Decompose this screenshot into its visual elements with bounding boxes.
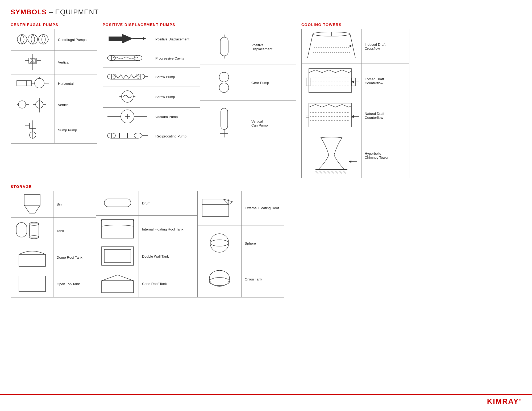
svg-rect-114 [24,195,40,205]
vertical-can-pump-icon [218,107,231,139]
label-centrifugal-pumps: Centrifugal Pumps [55,29,97,51]
label-bin: Bin [53,191,96,218]
svg-rect-117 [30,224,39,237]
svg-rect-74 [221,108,228,129]
svg-point-136 [210,240,229,246]
table-row: Bin [11,191,96,218]
symbol-cell [11,93,55,117]
svg-point-135 [210,234,229,252]
table-row: Natural DraftCounterflow [302,98,409,133]
storage-right-table: External Floating Roof Sphere [197,191,284,297]
drum-icon [102,195,134,211]
dome-roof-tank-icon [16,246,48,268]
storage-section: STORAGE Bin [11,184,521,297]
svg-marker-113 [349,160,351,163]
symbol-cell [103,29,152,49]
svg-point-71 [219,83,229,93]
label-vertical-2: Vertical [55,93,97,117]
storage-tables-wrapper: Bin Tank [11,191,521,297]
svg-rect-85 [309,69,351,93]
label-forced-draft: Forced DraftCounterflow [361,64,409,98]
svg-line-111 [343,171,346,174]
svg-rect-20 [17,81,31,86]
page-title: SYMBOLS – EQUIPMENT [11,8,521,16]
cooling-towers-section: COOLING TOWERS [301,23,521,178]
svg-marker-77 [307,34,355,58]
symbol-cell [11,29,55,51]
label-reciprocating-pump: Reciprocating Pump [152,126,200,146]
table-row: Screw Pump [103,86,200,108]
bottom-line [0,394,532,395]
svg-rect-132 [202,199,229,216]
centrifugal-pumps-icon [14,31,51,47]
reciprocating-pump-icon [106,128,149,143]
positive-tables: Positive Displacement [103,29,296,146]
svg-rect-89 [306,78,310,86]
tank-icon [15,220,49,241]
table-row: Vacuum Pump [103,108,200,126]
vertical-double-icon [14,95,51,114]
label-external-floating-roof: External Floating Roof [242,191,284,225]
svg-line-104 [315,171,318,174]
svg-marker-102 [351,115,354,118]
top-row: CENTRIFUGAL PUMPS [11,23,521,178]
svg-rect-130 [102,281,134,293]
vertical-pump-icon [22,53,43,71]
label-internal-floating-roof: Internal Floating Roof Tank [139,216,197,243]
centrifugal-pumps-section: CENTRIFUGAL PUMPS [11,23,97,144]
svg-line-110 [339,171,342,174]
label-vertical-can-pump: VerticalCan Pump [248,100,296,146]
svg-point-16 [35,78,44,88]
svg-rect-67 [220,37,228,56]
label-vacuum-pump: Vacuum Pump [152,108,200,126]
label-pos-disp-right: PositiveDisplacement [248,29,296,65]
svg-rect-124 [104,199,131,207]
svg-point-0 [17,35,27,44]
positive-right-table: PositiveDisplacement Gear Pump [200,29,296,146]
label-screw-pump-2: Screw Pump [152,86,200,108]
symbol-cell [302,98,361,133]
symbol-cell [11,117,55,144]
svg-rect-93 [309,103,351,127]
logo: KIMRAY® [487,397,521,406]
table-row: Screw Pump [103,68,200,86]
svg-marker-134 [223,199,233,204]
natural-draft-counterflow-icon [305,100,358,130]
symbol-cell [103,86,152,108]
positive-left-table: Positive Displacement [103,29,200,146]
positive-heading: POSITIVE DISPLACEMENT PUMPS [103,23,296,27]
forced-draft-counterflow-icon [305,66,358,95]
table-row: Positive Displacement [103,29,200,49]
label-cone-roof-tank: Cone Roof Tank [139,270,197,297]
label-hyperbolic-chimney: HyperbolicChimney Tower [361,133,409,178]
table-row: Horizontal [11,74,97,93]
svg-point-137 [209,270,230,286]
symbol-cell [96,216,139,243]
external-floating-roof-icon [201,198,238,218]
table-row: Dome Roof Tank [11,244,96,271]
label-screw-pump-1: Screw Pump [152,68,200,86]
table-row: Forced DraftCounterflow [302,64,409,98]
cooling-heading: COOLING TOWERS [301,23,521,27]
svg-point-138 [209,278,230,286]
symbol-cell [103,49,152,68]
table-row: Vertical [11,93,97,117]
symbol-cell [11,51,55,74]
table-row: Double Wall Tank [96,243,197,270]
table-row: Reciprocating Pump [103,126,200,146]
symbol-cell [11,271,53,297]
symbol-cell [96,191,139,216]
screw-pump-icon [106,70,149,83]
induced-draft-crossflow-icon [305,31,358,61]
bin-icon [19,193,45,215]
pos-disp-right-icon [218,35,231,58]
storage-left-table: Bin Tank [11,191,96,297]
svg-line-105 [319,171,322,174]
internal-floating-roof-icon [100,218,135,240]
table-row: Drum [96,191,197,216]
symbol-cell [11,74,55,93]
cooling-table: Induced DraftCrossflow [301,29,409,178]
svg-marker-92 [351,81,354,83]
label-tank: Tank [53,218,96,244]
label-onion-tank: Onion Tank [242,261,284,297]
